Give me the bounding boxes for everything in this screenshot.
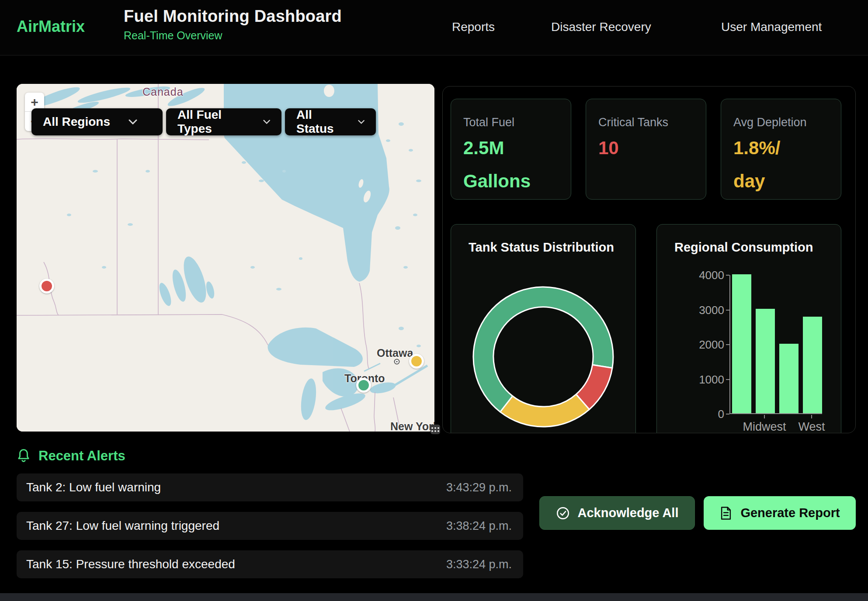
recent-alerts-header: Recent Alerts [17, 448, 125, 464]
chevron-down-icon [358, 119, 365, 124]
nav-user-management[interactable]: User Management [721, 20, 822, 34]
stat-value: 2.5MGallons [463, 134, 571, 196]
alert-message: Tank 27: Low fuel warning triggered [26, 519, 219, 533]
x-axis-tick-label: Midwest [743, 420, 786, 433]
alert-time: 3:43:29 p.m. [446, 481, 512, 494]
brand-logo: AirMatrix [17, 17, 85, 36]
nav-reports[interactable]: Reports [452, 20, 495, 34]
y-axis-tick-label: 4000 [694, 269, 724, 282]
page-subtitle: Real-Time Overview [124, 29, 342, 42]
status-filter-value: All Status [296, 108, 340, 136]
status-filter-dropdown[interactable]: All Status [285, 108, 376, 135]
y-axis-tick-label: 3000 [694, 304, 724, 317]
regional-consumption-card: Regional Consumption 01000200030004000Mi… [656, 224, 841, 433]
region-filter-value: All Regions [43, 115, 110, 129]
tank-status-card: Tank Status Distribution [451, 224, 636, 433]
map-label-canada: Canada [142, 86, 184, 98]
map-filters: All Regions All Fuel Types All Status [31, 108, 376, 135]
file-text-icon [719, 506, 733, 520]
bar-region-3 [779, 344, 799, 413]
alert-row[interactable]: Tank 27: Low fuel warning triggered 3:38… [17, 512, 523, 540]
tank-marker-normal[interactable] [356, 378, 371, 393]
donut-segment-warning [500, 394, 590, 427]
region-filter-dropdown[interactable]: All Regions [31, 108, 163, 135]
horizontal-scrollbar[interactable] [0, 593, 868, 601]
bar-West [803, 317, 822, 413]
page-title: Fuel Monitoring Dashboard [124, 7, 342, 26]
stat-label: Critical Tanks [598, 116, 706, 129]
fuel-type-filter-dropdown[interactable]: All Fuel Types [166, 108, 281, 135]
alert-message: Tank 15: Pressure threshold exceeded [26, 557, 235, 571]
bar-region-1 [732, 274, 751, 413]
alert-message: Tank 2: Low fuel warning [26, 480, 161, 494]
stat-card-avg-depletion: Avg Depletion 1.8%/day [721, 99, 841, 200]
alert-row[interactable]: Tank 15: Pressure threshold exceeded 3:3… [17, 550, 523, 578]
map-label-new-york: New York [390, 420, 434, 432]
stat-card-critical-tanks: Critical Tanks 10 [586, 99, 706, 200]
fuel-type-filter-value: All Fuel Types [177, 108, 245, 136]
acknowledge-all-button[interactable]: Acknowledge All [539, 496, 695, 530]
bar-Midwest [756, 309, 775, 413]
chart-title: Regional Consumption [674, 240, 813, 255]
y-axis-tick-label: 0 [694, 408, 724, 421]
y-axis-tick-label: 1000 [694, 373, 724, 387]
tank-status-donut-chart [471, 285, 615, 429]
generate-report-label: Generate Report [740, 506, 840, 520]
stat-value: 10 [598, 134, 706, 162]
stat-label: Total Fuel [463, 116, 571, 129]
ottawa-town-dot [395, 359, 399, 364]
chevron-down-icon [128, 119, 137, 124]
map-resize-handle[interactable] [431, 425, 440, 434]
map-label-ottawa: Ottawa [377, 347, 413, 359]
generate-report-button[interactable]: Generate Report [704, 496, 856, 530]
y-axis-tick-label: 2000 [694, 338, 724, 352]
stat-card-total-fuel: Total Fuel 2.5MGallons [451, 99, 571, 200]
stat-value: 1.8%/day [733, 134, 841, 196]
acknowledge-all-label: Acknowledge All [578, 506, 679, 520]
x-axis-tick-label: West [798, 420, 825, 433]
fuel-map[interactable]: Canada Ottawa Toronto New York + − All R… [17, 84, 434, 432]
alert-time: 3:38:24 p.m. [446, 519, 512, 533]
tank-marker-critical[interactable] [39, 279, 54, 294]
recent-alerts-title: Recent Alerts [38, 448, 125, 464]
stat-label: Avg Depletion [733, 116, 841, 129]
app-header: AirMatrix Fuel Monitoring Dashboard Real… [0, 0, 868, 55]
chart-title: Tank Status Distribution [469, 240, 614, 255]
alert-time: 3:33:24 p.m. [446, 558, 512, 571]
tank-marker-warning[interactable] [409, 354, 424, 369]
check-circle-icon [556, 506, 570, 520]
bell-icon [17, 449, 31, 463]
chevron-down-icon [263, 119, 270, 124]
nav-disaster-recovery[interactable]: Disaster Recovery [551, 20, 651, 34]
regional-consumption-bar-chart [729, 275, 822, 414]
alert-row[interactable]: Tank 2: Low fuel warning 3:43:29 p.m. [17, 473, 523, 501]
dashboard-panel: Total Fuel 2.5MGallons Critical Tanks 10… [442, 86, 856, 433]
title-block: Fuel Monitoring Dashboard Real-Time Over… [124, 7, 342, 42]
